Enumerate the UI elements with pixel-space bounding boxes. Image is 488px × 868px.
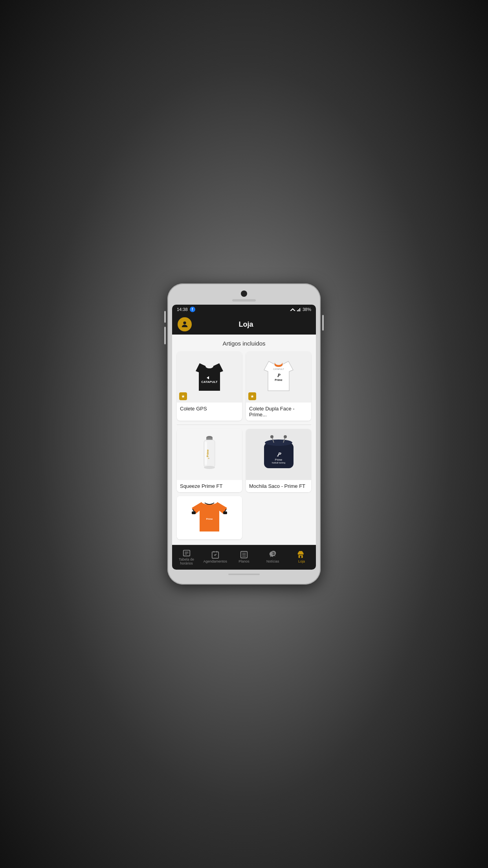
svg-text:football training: football training [272, 462, 285, 464]
nav-label-store: Loja [298, 560, 305, 564]
home-bar [228, 574, 260, 575]
facebook-icon: f [190, 307, 195, 312]
page-title: Loja [196, 320, 296, 329]
product-image-colete-dupla: Prime 𝑃 CATAPULT ★ [246, 351, 311, 403]
svg-point-22 [284, 435, 287, 438]
svg-rect-1 [297, 310, 298, 311]
products-grid: CATAPULT ★ Colete GPS [177, 351, 311, 421]
product-card-squeeze[interactable]: Prime ft Squeeze Prime FT [177, 429, 242, 492]
svg-rect-2 [298, 309, 299, 311]
avatar-icon [180, 320, 189, 329]
phone-device: 14:38 f 38% Loja [167, 283, 321, 585]
phone-screen: 14:38 f 38% Loja [172, 305, 316, 570]
star-badge-2: ★ [248, 392, 256, 400]
svg-text:Prime: Prime [206, 449, 209, 457]
news-icon [268, 550, 277, 559]
product-image-colete-gps: CATAPULT ★ [177, 351, 242, 403]
svg-rect-29 [192, 511, 196, 514]
product-card-empty [246, 496, 311, 539]
battery-text: 38% [303, 307, 311, 312]
svg-rect-3 [299, 308, 300, 311]
products-grid-2: Prime ft Squeeze Prime FT [177, 429, 311, 492]
svg-point-16 [204, 466, 215, 469]
svg-text:Prime: Prime [275, 379, 283, 381]
product-card-colete-dupla[interactable]: Prime 𝑃 CATAPULT ★ Colete Dupla Face - P… [246, 351, 311, 421]
svg-marker-0 [290, 308, 295, 311]
star-badge-1: ★ [179, 392, 187, 400]
app-header: Loja [172, 314, 316, 335]
status-bar: 14:38 f 38% [172, 305, 316, 314]
product-name-squeeze: Squeeze Prime FT [177, 480, 242, 492]
svg-point-21 [270, 435, 273, 438]
svg-text:CATAPULT: CATAPULT [273, 368, 284, 370]
nav-label-plans: Planos [238, 560, 250, 564]
clock: 14:38 [177, 307, 188, 312]
divider-1 [177, 425, 311, 425]
nav-label-schedule: Tabela de horários [172, 558, 201, 566]
signal-icon [297, 307, 301, 311]
schedule-icon [182, 548, 191, 557]
svg-rect-49 [300, 556, 302, 558]
bottom-nav: Tabela de horários Agendamentos [172, 545, 316, 570]
nav-label-news: Notícias [266, 560, 279, 564]
nav-item-appointments[interactable]: Agendamentos [201, 550, 229, 564]
svg-point-18 [265, 440, 292, 446]
appointments-icon [211, 550, 220, 559]
colete-gps-image: CATAPULT [192, 357, 227, 397]
product-card-colete-gps[interactable]: CATAPULT ★ Colete GPS [177, 351, 242, 421]
nav-label-appointments: Agendamentos [204, 560, 227, 564]
camera [241, 291, 247, 297]
section-title: Artigos incluidos [177, 340, 311, 347]
colete-prime-image: Prime 𝑃 CATAPULT [261, 357, 296, 397]
products-grid-3: Prime [177, 496, 311, 539]
status-left: 14:38 f [177, 307, 195, 312]
svg-rect-4 [301, 307, 301, 311]
product-name-mochila: Mochila Saco - Prime FT [246, 480, 311, 492]
nav-item-schedule[interactable]: Tabela de horários [172, 548, 201, 566]
product-image-mochila: 𝑃 Prime football training [246, 429, 311, 480]
product-card-shirt[interactable]: Prime [177, 496, 242, 539]
shirt-image: Prime [190, 498, 229, 537]
power-button [322, 315, 324, 331]
squeeze-image: Prime ft [198, 433, 221, 476]
nav-item-store[interactable]: Loja [287, 550, 316, 564]
speaker [232, 299, 256, 302]
product-name-colete-gps: Colete GPS [177, 403, 242, 415]
product-name-colete-dupla: Colete Dupla Face - Prime... [246, 403, 311, 421]
svg-text:𝑃: 𝑃 [277, 373, 281, 378]
status-right: 38% [290, 307, 311, 312]
svg-text:CATAPULT: CATAPULT [201, 380, 217, 384]
svg-text:Prime: Prime [275, 458, 282, 461]
nav-item-news[interactable]: Notícias [259, 550, 287, 564]
product-image-squeeze: Prime ft [177, 429, 242, 480]
mochila-image: 𝑃 Prime football training [260, 435, 297, 474]
plans-icon [240, 550, 248, 559]
product-image-shirt: Prime [177, 496, 242, 539]
vol-down-button [164, 327, 166, 344]
svg-rect-30 [223, 511, 227, 514]
svg-text:Prime: Prime [206, 518, 213, 520]
product-card-mochila[interactable]: 𝑃 Prime football training Mochila Saco -… [246, 429, 311, 492]
nav-item-plans[interactable]: Planos [229, 550, 258, 564]
wifi-icon [290, 307, 295, 311]
store-icon [297, 550, 306, 559]
svg-point-5 [183, 322, 186, 324]
user-avatar[interactable] [178, 317, 192, 331]
vol-up-button [164, 311, 166, 323]
content-area: Artigos incluidos CATAPULT ★ [172, 335, 316, 545]
